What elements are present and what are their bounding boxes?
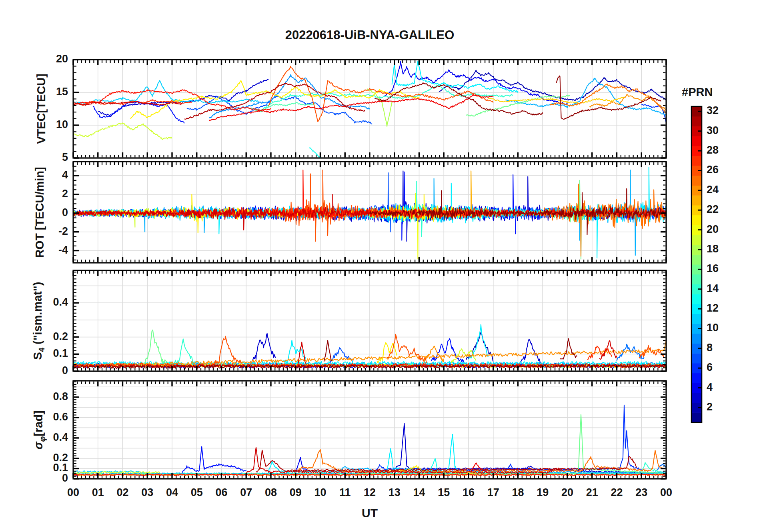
- series-prn-24: [424, 346, 444, 363]
- colorbar-segment-prn-1: [691, 412, 702, 422]
- x-tick-17: 17: [481, 486, 506, 499]
- x-axis-label: UT: [73, 506, 666, 520]
- x-tick-24: 00: [654, 486, 679, 499]
- series-prn-16: [142, 330, 170, 367]
- colorbar-title: #PRN: [682, 86, 713, 99]
- colorbar-segment-prn-3: [691, 393, 702, 403]
- x-tick-5: 05: [184, 486, 209, 499]
- colorbar-segment-prn-21: [691, 215, 702, 225]
- x-tick-12: 12: [357, 486, 382, 499]
- colorbar-tick-28: 28: [707, 144, 719, 156]
- x-tick-13: 13: [382, 486, 407, 499]
- x-tick-1: 01: [86, 486, 110, 499]
- colorbar-tick-6: 6: [707, 361, 713, 374]
- colorbar-segment-prn-27: [691, 156, 702, 166]
- x-tick-16: 16: [456, 486, 481, 499]
- series-prn-26: [214, 336, 241, 364]
- series-prn-26: [387, 334, 427, 363]
- x-tick-18: 18: [506, 486, 531, 499]
- y-axis-label-rot: ROT [TECU/min]: [33, 167, 46, 258]
- colorbar-tick-24: 24: [707, 184, 719, 196]
- series-prn-7: [184, 173, 666, 232]
- colorbar-tick-32: 32: [707, 104, 719, 117]
- colorbar-tick-22: 22: [707, 203, 719, 216]
- colorbar-tick-16: 16: [707, 262, 719, 275]
- colorbar-segment-prn-5: [691, 373, 702, 383]
- series-prn-3: [521, 339, 540, 363]
- series-prn-5: [182, 447, 246, 474]
- x-tick-7: 07: [234, 486, 258, 499]
- colorbar-tick-30: 30: [707, 124, 719, 137]
- figure: 20220618-UiB-NYA-GALILEO UT #PRN 5101520…: [0, 0, 761, 532]
- x-tick-22: 22: [605, 486, 629, 499]
- series-prn-14: [174, 339, 194, 364]
- colorbar-segment-prn-19: [691, 235, 702, 245]
- colorbar-tick-14: 14: [707, 282, 719, 295]
- x-tick-14: 14: [407, 486, 432, 499]
- colorbar-tick-12: 12: [707, 302, 719, 314]
- x-tick-19: 19: [530, 486, 555, 499]
- x-tick-20: 20: [555, 486, 580, 499]
- y-axis-label-vtec: VTEC[TECU]: [35, 74, 48, 144]
- colorbar-segment-prn-17: [691, 254, 702, 264]
- x-tick-21: 21: [580, 486, 605, 499]
- y-axis-label-s4: S4 ("ism.mat"): [31, 282, 46, 360]
- y-tick-vtec-20: 20: [36, 53, 68, 65]
- y-tick-sig-0.8: 0.8: [36, 390, 68, 403]
- x-tick-8: 08: [258, 486, 283, 499]
- y-tick-vtec-5: 5: [36, 151, 68, 164]
- colorbar-tick-4: 4: [707, 381, 713, 394]
- y-axis-label-sig: σφ[rad]: [32, 410, 47, 450]
- colorbar-segment-prn-31: [691, 116, 702, 126]
- series-prn-32: [374, 83, 543, 115]
- series-prn-3: [251, 334, 276, 363]
- colorbar-tick-26: 26: [707, 164, 719, 176]
- chart-title: 20220618-UiB-NYA-GALILEO: [73, 28, 666, 42]
- x-tick-11: 11: [332, 486, 357, 499]
- colorbar-segment-prn-7: [691, 353, 702, 363]
- x-tick-6: 06: [209, 486, 234, 499]
- series-prn-7: [330, 348, 352, 363]
- series-prn-26: [271, 170, 493, 241]
- x-tick-9: 09: [283, 486, 308, 499]
- colorbar-tick-10: 10: [707, 322, 719, 334]
- colorbar-segment-prn-23: [691, 195, 702, 205]
- x-tick-15: 15: [431, 486, 456, 499]
- colorbar-segment-prn-9: [691, 334, 702, 344]
- series-prn-21: [130, 81, 419, 118]
- x-tick-10: 10: [308, 486, 333, 499]
- x-tick-0: 00: [61, 486, 86, 499]
- colorbar-segment-prn-29: [691, 136, 702, 146]
- colorbar-tick-18: 18: [707, 243, 719, 255]
- colorbar-tick-2: 2: [707, 401, 713, 413]
- colorbar-segment-prn-25: [691, 176, 702, 186]
- series-prn-18: [367, 89, 392, 126]
- x-tick-3: 03: [135, 486, 160, 499]
- x-tick-4: 04: [160, 486, 184, 499]
- colorbar-tick-20: 20: [707, 223, 719, 236]
- colorbar-segment-prn-13: [691, 294, 702, 304]
- y-tick-sig-0.2: 0.2: [36, 452, 68, 464]
- series-prn-32: [560, 339, 577, 359]
- x-tick-2: 02: [110, 486, 135, 499]
- chart-canvas: [0, 0, 761, 532]
- colorbar-tick-8: 8: [707, 342, 713, 354]
- y-tick-s4-0: 0: [36, 364, 68, 377]
- series-prn-25: [543, 184, 666, 256]
- colorbar-segment-prn-15: [691, 274, 702, 284]
- x-tick-23: 23: [629, 486, 654, 499]
- series-prn-14: [251, 85, 513, 111]
- series-prn-12: [268, 434, 459, 473]
- colorbar-segment-prn-11: [691, 314, 702, 324]
- series-prn-13: [309, 148, 321, 158]
